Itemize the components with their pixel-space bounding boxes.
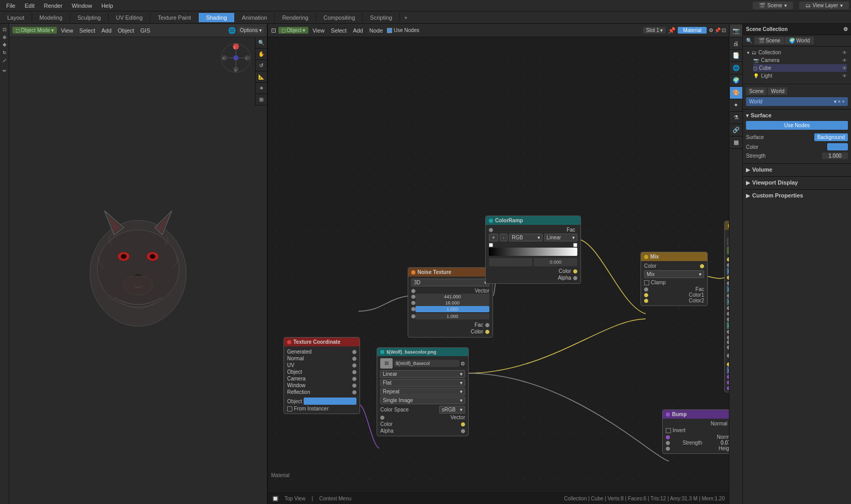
tree-item-collection[interactable]: ▾ 🗂 Collection 👁 [747,49,847,56]
custom-properties-header[interactable]: ▶ Custom Properties [746,191,848,200]
viewport-display-header[interactable]: ▶ Viewport Display [746,178,848,187]
scale-icon[interactable]: ⤢ [2,57,8,64]
move-icon[interactable]: ✥ [2,41,8,49]
scene-selector[interactable]: 🎬 Scene ▾ [753,2,793,9]
tab-animation[interactable]: Animation [235,13,275,22]
view-layer-selector[interactable]: 🗂 View Layer ▾ [799,2,849,9]
nav-gizmo[interactable]: Z -Z -X X [220,42,251,73]
tree-eye-light[interactable]: 👁 [842,73,847,79]
tab-modeling[interactable]: Modeling [32,13,70,22]
sc-settings-icon[interactable]: ⚙ [843,26,848,32]
menu-help[interactable]: Help [97,2,117,10]
menu-edit[interactable]: Edit [21,2,39,10]
pan-icon[interactable]: ✋ [256,49,267,60]
world-name-dropdown[interactable]: World ▾ × + [746,97,848,106]
menu-window[interactable]: Window [68,2,96,10]
imgtex-projection-select[interactable]: Flat ▾ [380,379,465,387]
imgtex-cs-select[interactable]: sRGB ▾ [439,406,465,414]
render-mode-icon[interactable]: ☀ [256,83,267,94]
colorramp-remove-btn[interactable]: - [500,234,507,241]
props-material-icon[interactable]: 🎨 [730,87,742,99]
tree-eye-camera[interactable]: 👁 [842,58,847,63]
node-menu-node[interactable]: Node [367,26,385,35]
colorramp-mode-select[interactable]: RGB ▾ [509,234,542,241]
colorramp-bar[interactable] [489,248,577,256]
use-nodes-checkbox[interactable] [387,28,392,33]
node-menu-select[interactable]: Select [329,26,349,35]
colorramp-handle-right[interactable] [573,243,577,247]
imgtex-settings-icon[interactable]: ⚙ [460,361,465,366]
props-view-layer-icon[interactable]: 📑 [730,50,742,62]
scene-tab-btn[interactable]: 🎬 Scene [754,37,784,44]
orbit-icon[interactable]: ↺ [256,60,267,71]
select-mode-icon[interactable]: ⊡ [2,26,8,33]
tab-shading[interactable]: Shading [199,13,234,22]
noise-roughness-field[interactable]: 1.000 [415,306,489,312]
noise-distortion-field[interactable]: 1.000 [415,313,489,319]
tab-compositing[interactable]: Compositing [316,13,363,22]
colorramp-interp-select[interactable]: Linear ▾ [544,234,577,241]
menu-file[interactable]: File [2,2,20,10]
noise-type-select[interactable]: 3D ▾ [411,279,489,286]
noise-scale-field[interactable]: 441.000 [415,294,489,300]
world-scene-btn[interactable]: Scene [746,87,767,95]
world-world-btn[interactable]: World [768,87,787,95]
texcoord-object-field[interactable] [304,398,356,405]
node-pin2-icon[interactable]: 📌 [714,27,721,33]
tab-uv-editing[interactable]: UV Editing [109,13,151,22]
material-selector[interactable]: Material [678,27,707,34]
tree-item-camera[interactable]: 📷 Camera 👁 [753,56,847,64]
props-output-icon[interactable]: 🖨 [730,37,742,50]
camera-perspective-icon[interactable]: 📐 [256,71,267,83]
color-swatch[interactable] [827,143,848,150]
viewport-menu-view[interactable]: View [59,26,76,35]
imgtex-colorspace-select[interactable]: Linear ▾ [380,370,465,378]
filter-icon[interactable]: 🔍 [746,38,752,43]
background-btn[interactable]: Background [814,133,848,141]
rotate-icon[interactable]: ↻ [2,49,8,56]
props-render-icon[interactable]: 📷 [730,25,742,37]
colorramp-handle-left[interactable] [489,243,493,247]
imgtex-source-select[interactable]: Single Image ▾ [380,396,465,404]
viewport-global-btn[interactable]: 🌐 [228,27,236,34]
mix-clamp-checkbox[interactable] [644,280,649,285]
tab-rendering[interactable]: Rendering [275,13,316,22]
overlay-icon[interactable]: ⊞ [256,94,267,105]
menu-render[interactable]: Render [40,2,67,10]
node-menu-view[interactable]: View [310,26,327,35]
zoom-icon[interactable]: 🔍 [256,37,267,49]
node-settings-icon[interactable]: ⚙ [709,27,713,33]
tree-item-light[interactable]: 💡 Light 👁 [753,72,847,80]
props-constraints-icon[interactable]: 🔗 [730,124,742,136]
world-tab-btn[interactable]: 🌍 World [785,37,814,44]
bsdf-distribution-select[interactable]: GGX ▾ [727,238,729,246]
from-instancer-checkbox[interactable] [287,406,292,411]
colorramp-pos-input[interactable]: 0.000 [534,258,577,266]
colorramp-add-btn[interactable]: + [489,234,498,241]
annotate-icon[interactable]: ✏ [2,67,8,74]
viewport-menu-select[interactable]: Select [77,26,97,35]
slot-selector[interactable]: Slot 1 ▾ [643,27,666,34]
viewport-options-btn[interactable]: Options ▾ [238,27,264,34]
use-nodes-surface-btn[interactable]: Use Nodes [746,121,848,130]
node-pin-icon[interactable]: 📌 [668,27,676,34]
imgtex-extension-select[interactable]: Repeat ▾ [380,388,465,395]
viewport-menu-gis[interactable]: GIS [138,26,152,35]
strength-value[interactable]: 1.000 [822,152,848,159]
tab-scripting[interactable]: Scripting [363,13,400,22]
tab-add[interactable]: + [400,13,411,22]
props-data-icon[interactable]: ▦ [730,136,742,149]
props-particles-icon[interactable]: ✦ [730,99,742,112]
bump-invert-checkbox[interactable] [666,428,671,433]
volume-section-header[interactable]: ▶ Volume [746,165,848,174]
object-mode-selector[interactable]: ◻ Object Mode ▾ [12,27,57,34]
node-object-mode-selector[interactable]: ◻ Object ▾ [278,27,308,34]
tab-texture-paint[interactable]: Texture Paint [151,13,199,22]
tab-layout[interactable]: Layout [0,13,32,22]
noise-detail-field[interactable]: 16.000 [415,300,489,306]
surface-section-header[interactable]: ▾ Surface [746,111,848,120]
mix-type-select[interactable]: Mix ▾ [644,270,704,278]
viewport-menu-add[interactable]: Add [99,26,114,35]
node-zoom-fit-icon[interactable]: ⊡ [722,27,726,33]
props-physics-icon[interactable]: ⚗ [730,112,742,124]
